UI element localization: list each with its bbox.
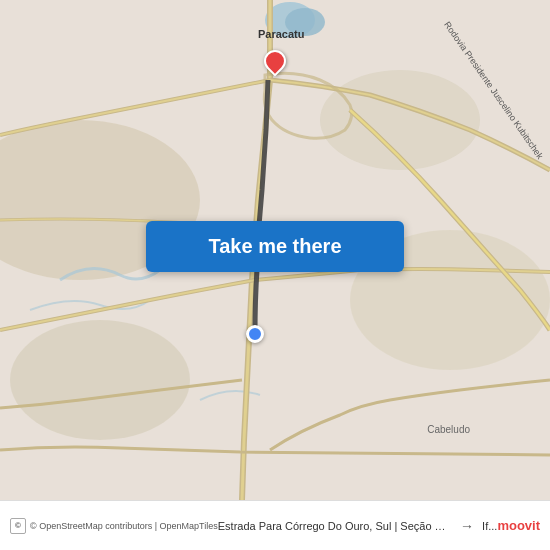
destination-text: Estrada Para Córrego Do Ouro, Sul | Seçã… (218, 520, 452, 532)
take-me-there-button[interactable]: Take me there (146, 221, 404, 272)
if-label: If... (482, 520, 497, 532)
moovit-logo: mmoovitoovit (497, 518, 540, 533)
arrow-icon: → (460, 518, 474, 534)
svg-point-3 (10, 320, 190, 440)
bottom-bar: © © OpenStreetMap contributors | OpenMap… (0, 500, 550, 550)
svg-point-6 (285, 8, 325, 36)
origin-marker (246, 325, 264, 343)
destination-marker (264, 50, 286, 72)
attribution-text: © OpenStreetMap contributors | OpenMapTi… (30, 521, 218, 531)
moovit-m: m (497, 518, 509, 533)
bottom-bar-left: © © OpenStreetMap contributors | OpenMap… (10, 518, 218, 534)
map-container: Paracatu Rodovia Presidente Juscelino Ku… (0, 0, 550, 500)
osm-logo: © (10, 518, 26, 534)
